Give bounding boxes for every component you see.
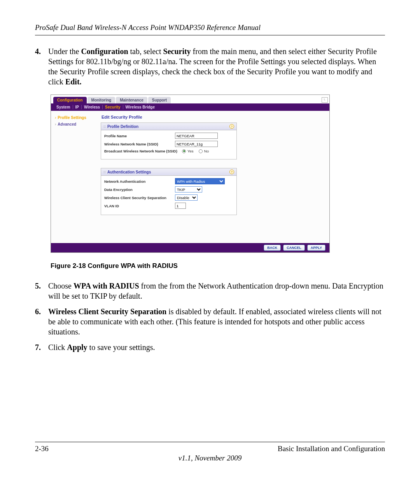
step-6-body: Wireless Client Security Separation is d… [48, 306, 385, 337]
broadcast-no-radio[interactable] [199, 149, 203, 153]
config-screenshot: Configuration Monitoring Maintenance Sup… [51, 94, 330, 253]
tab-configuration[interactable]: Configuration [53, 97, 87, 103]
broadcast-yes-radio[interactable] [182, 149, 186, 153]
section-name: Basic Installation and Configuration [278, 444, 385, 453]
tab-support[interactable]: Support [148, 97, 171, 103]
step-4-body: Under the Configuration tab, select Secu… [48, 46, 385, 87]
step-5: 5. Choose WPA with RADIUS from the from … [35, 281, 385, 301]
subnav-wireless[interactable]: Wireless [82, 105, 103, 109]
footer-rule [35, 442, 385, 442]
cancel-button[interactable]: CANCEL [283, 245, 305, 251]
step-6: 6. Wireless Client Security Separation i… [35, 306, 385, 337]
step-7-pre: Click [48, 343, 67, 352]
client-separation-select[interactable]: Disable [175, 194, 198, 201]
broadcast-ssid-label: Broadcast Wireless Network Name (SSID) [104, 149, 182, 153]
subnav-system[interactable]: System [54, 105, 73, 109]
data-encryption-select[interactable]: TKIP [175, 186, 202, 192]
step-7-num: 7. [35, 342, 48, 352]
vlan-id-input[interactable] [175, 203, 186, 209]
step-5-pre: Choose [48, 282, 74, 290]
profile-name-label: Profile Name [104, 134, 175, 138]
step-5-body: Choose WPA with RADIUS from the from the… [48, 281, 385, 301]
broadcast-no-label: No [204, 149, 209, 153]
grip-icon: :: [103, 124, 106, 128]
step-5-b1: WPA with RADIUS [74, 282, 139, 290]
help-icon[interactable]: ? [229, 170, 234, 174]
step-4-b3: Edit. [65, 77, 82, 86]
logout-icon[interactable]: L [322, 97, 328, 103]
network-auth-select[interactable]: WPA with Radius [175, 178, 225, 184]
step-4-mid1: tab, select [128, 47, 163, 56]
apply-button[interactable]: APPLY [307, 245, 326, 251]
step-4-pre: Under the [48, 47, 81, 56]
page-number: 2-36 [35, 444, 49, 453]
profile-definition-header: Profile Definition [107, 124, 138, 129]
broadcast-yes-label: Yes [187, 149, 194, 153]
step-4-b1: Configuration [81, 47, 128, 56]
step-7-body: Click Apply to save your settings. [48, 342, 385, 352]
step-5-num: 5. [35, 281, 48, 301]
vlan-id-label: VLAN ID [104, 204, 175, 208]
sidebar-profile-settings[interactable]: Profile Settings [55, 116, 94, 120]
ssid-input[interactable] [175, 141, 218, 147]
tab-monitoring[interactable]: Monitoring [88, 97, 116, 103]
step-4: 4. Under the Configuration tab, select S… [35, 46, 385, 87]
tab-maintenance[interactable]: Maintenance [116, 97, 147, 103]
grip-icon: :: [103, 170, 106, 174]
network-auth-label: Network Authentication [104, 179, 175, 184]
profile-name-input[interactable] [175, 133, 218, 139]
version-stamp: v1.1, November 2009 [35, 454, 385, 462]
subnav-wireless-bridge[interactable]: Wireless Bridge [123, 105, 158, 109]
step-6-num: 6. [35, 306, 48, 337]
sidebar: Profile Settings Advanced [51, 111, 97, 243]
help-icon[interactable]: ? [229, 124, 234, 129]
subnav-security[interactable]: Security [103, 105, 123, 109]
step-7-b1: Apply [67, 343, 87, 352]
step-7: 7. Click Apply to save your settings. [35, 342, 385, 352]
document-header: ProSafe Dual Band Wireless-N Access Poin… [35, 23, 385, 32]
top-tabs: Configuration Monitoring Maintenance Sup… [51, 95, 329, 103]
content-title: Edit Security Profile [102, 115, 322, 119]
back-button[interactable]: BACK [264, 245, 281, 251]
action-bar: BACK CANCEL APPLY [51, 243, 329, 252]
client-separation-label: Wireless Client Security Separation [104, 196, 175, 200]
figure-caption: Figure 2-18 Configure WPA with RADIUS [51, 262, 385, 270]
data-encryption-label: Data Encryption [104, 187, 175, 192]
header-rule [35, 35, 385, 35]
step-4-b2: Security [163, 47, 191, 56]
step-4-num: 4. [35, 46, 48, 87]
subnav: System IP Wireless Security Wireless Bri… [51, 103, 329, 111]
sidebar-advanced[interactable]: Advanced [55, 122, 94, 126]
authentication-section: :: Authentication Settings ? Network Aut… [101, 168, 237, 215]
step-6-b1: Wireless Client Security Separation [48, 307, 166, 316]
authentication-header: Authentication Settings [107, 170, 151, 174]
profile-definition-section: :: Profile Definition ? Profile Name Wir… [101, 122, 237, 159]
ssid-label: Wireless Network Name (SSID) [104, 142, 175, 146]
subnav-ip[interactable]: IP [73, 105, 82, 109]
step-7-post: to save your settings. [88, 343, 155, 352]
